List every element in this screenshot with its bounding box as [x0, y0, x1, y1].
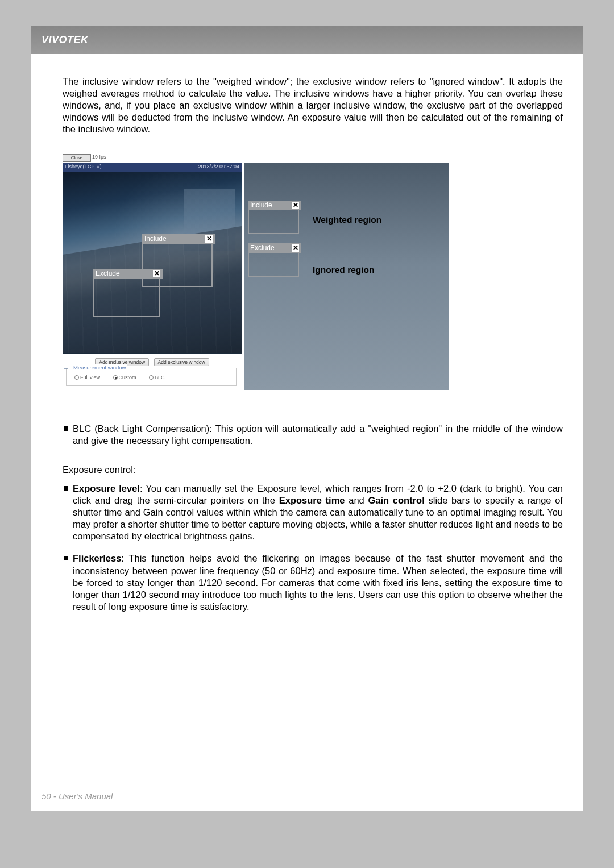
legend-exclude-label: Exclude [250, 244, 275, 252]
close-icon: ✕ [292, 244, 299, 252]
measurement-window-title: Measurement window [72, 364, 127, 371]
legend-exclude-header: Exclude ✕ [248, 243, 301, 253]
video-titlebar: Fisheye(TCP-V) 2013/7/2 09:57:04 [63, 163, 242, 172]
manual-page: VIVOTEK The inclusive window refers to t… [31, 26, 583, 811]
blc-section: BLC (Back Light Compensation): This opti… [63, 423, 563, 447]
bullet-icon [64, 556, 68, 560]
blc-text: BLC (Back Light Compensation): This opti… [73, 423, 563, 447]
radio-custom[interactable]: Custom [113, 375, 142, 380]
close-icon[interactable]: ✕ [153, 270, 160, 277]
blc-bullet: BLC (Back Light Compensation): This opti… [63, 423, 563, 447]
exclude-window-overlay[interactable]: Exclude ✕ [93, 276, 160, 317]
exclude-window-label: Exclude [96, 269, 120, 278]
add-exclusive-button[interactable]: Add exclusive window [154, 358, 209, 366]
stream-title: Fisheye(TCP-V) [65, 164, 102, 171]
live-view[interactable]: Include ✕ Exclude ✕ [63, 172, 242, 354]
include-window-header[interactable]: Include ✕ [142, 234, 215, 244]
camera-panel: Close 19 fps Fisheye(TCP-V) 2013/7/2 09:… [63, 154, 242, 390]
page-content: The inclusive window refers to the "weig… [63, 76, 563, 613]
close-button[interactable]: Close [63, 154, 91, 162]
close-icon: ✕ [292, 202, 299, 209]
stream-timestamp: 2013/7/2 09:57:04 [198, 164, 239, 171]
legend-include-box: Include ✕ [248, 208, 299, 234]
legend-include-label: Include [250, 201, 272, 210]
radio-full-view[interactable]: Full view [74, 375, 106, 380]
exposure-level-text: Exposure level: You can manually set the… [73, 483, 563, 543]
bullet-icon [64, 486, 68, 491]
legend-ignored-label: Ignored region [313, 265, 375, 275]
flickerless-bullet: Flickerless: This function helps avoid t… [63, 553, 563, 613]
exclude-window-header[interactable]: Exclude ✕ [93, 269, 163, 279]
exposure-control-heading: Exposure control: [63, 464, 135, 475]
legend-weighted-label: Weighted region [313, 215, 381, 225]
radio-blc[interactable]: BLC [149, 375, 171, 380]
bullet-icon [64, 426, 68, 431]
brand-name: VIVOTEK [42, 34, 89, 46]
fps-readout: 19 fps [92, 154, 106, 160]
collapse-icon[interactable]: – [64, 364, 68, 371]
measurement-window-options: Full view Custom BLC [74, 375, 176, 380]
measurement-window-group: – Measurement window Full view Custom BL… [66, 368, 237, 386]
legend-panel: Include ✕ Weighted region Exclude ✕ Igno… [244, 163, 449, 390]
legend-exclude-box: Exclude ✕ [248, 251, 299, 277]
page-header: VIVOTEK [31, 26, 583, 54]
legend-include-header: Include ✕ [248, 201, 301, 210]
flickerless-text: Flickerless: This function helps avoid t… [73, 553, 563, 613]
exposure-window-figure: Close 19 fps Fisheye(TCP-V) 2013/7/2 09:… [63, 154, 472, 396]
include-window-label: Include [144, 235, 167, 243]
close-icon[interactable]: ✕ [205, 235, 213, 243]
intro-paragraph: The inclusive window refers to the "weig… [63, 76, 563, 136]
exposure-level-bullet: Exposure level: You can manually set the… [63, 483, 563, 543]
page-footer: 50 - User's Manual [42, 791, 113, 801]
